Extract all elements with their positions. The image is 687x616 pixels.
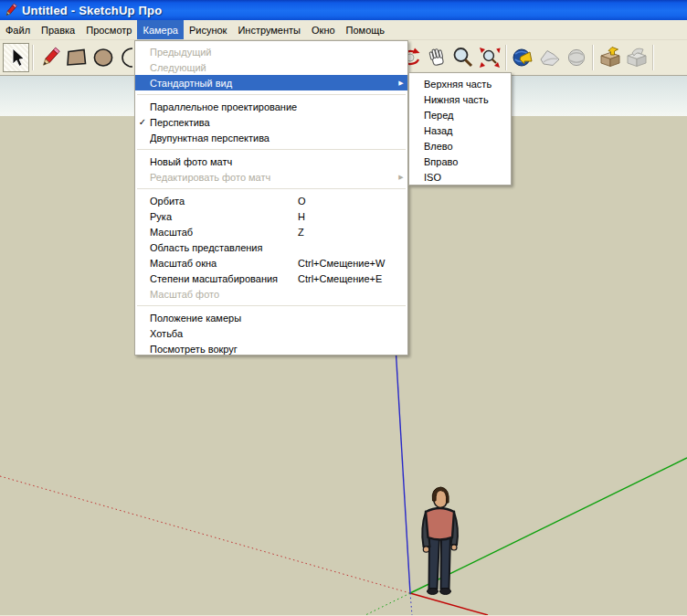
submenu-item-top[interactable]: Верхняя часть [409,76,511,91]
menu-separator [137,188,406,189]
select-tool-button[interactable] [3,43,29,72]
terrain-gray-icon [538,46,562,69]
menu-file[interactable]: Файл [0,20,36,39]
menu-view[interactable]: Просмотр [80,20,137,39]
menu-window[interactable]: Окно [306,20,341,39]
submenu-item-bottom[interactable]: Нижняя часть [409,91,511,107]
line-tool-button[interactable] [37,43,63,72]
share-gray-icon [625,46,649,69]
menu-item-walk[interactable]: Хотьба [135,325,407,341]
menu-edit[interactable]: Правка [36,20,80,39]
menu-item-next[interactable]: Следующий [135,59,407,75]
zoom-extents-tool-button[interactable] [476,43,502,72]
rectangle-tool-button[interactable] [63,43,90,72]
circle-tool-button[interactable] [90,43,116,72]
menu-item-look-around[interactable]: Посмотреть вокруг [135,341,407,356]
globe-arrow-icon [512,46,535,69]
menu-item-zoom-extents[interactable]: Степени масштабирования Ctrl+Смещение+E [135,271,407,286]
toolbar-draw-group [3,40,143,75]
menu-draw[interactable]: Рисунок [184,20,233,39]
box-arrow-icon [598,46,622,69]
pan-tool-button[interactable] [423,43,449,72]
window-title: Untitled - SketchUp Про [22,4,162,17]
menu-item-orbit[interactable]: Орбита O [135,193,407,208]
menu-item-zoom[interactable]: Масштаб Z [135,224,407,239]
menu-separator [137,305,406,306]
globe-gray-icon [565,46,588,69]
menu-item-new-photo-match[interactable]: Новый фото матч [135,154,407,169]
submenu-arrow-icon: ▶ [395,80,407,87]
zoom-icon [451,46,475,69]
menu-camera[interactable]: Камера [137,20,183,39]
menu-item-zoom-window[interactable]: Масштаб окна Ctrl+Смещение+W [135,255,407,271]
sketchup-window: Untitled - SketchUp Про Файл Правка Прос… [0,0,687,616]
menu-item-pan[interactable]: Рука H [135,208,407,224]
camera-menu: Предыдущий Следующий Стандартный вид ▶ П… [134,40,408,356]
menu-item-position-camera[interactable]: Положение камеры [135,310,407,325]
toolbar-separator [32,45,34,70]
toggle-terrain-button[interactable] [536,43,563,72]
menu-item-edit-photo-match[interactable]: Редактировать фото матч ▶ [135,169,407,185]
zoom-tool-button[interactable] [449,43,476,72]
menu-tools[interactable]: Инструменты [232,20,306,39]
toolbar-separator [505,45,507,70]
menu-separator [137,94,406,95]
rectangle-icon [65,46,89,69]
submenu-item-iso[interactable]: ISO [409,169,511,185]
toolbar-separator [592,45,594,70]
standard-view-submenu: Верхняя часть Нижняя часть Перед Назад В… [408,72,512,186]
submenu-item-left[interactable]: Влево [409,138,511,154]
select-arrow-icon [5,47,27,69]
menu-item-field-of-view[interactable]: Область представления [135,239,407,255]
get-current-view-button[interactable] [510,43,536,72]
menu-separator [137,149,406,150]
submenu-item-front[interactable]: Перед [409,107,511,122]
photo-match-globe-button[interactable] [563,43,589,72]
checkmark-icon: ✓ [135,114,150,130]
pencil-icon [38,46,62,69]
menu-item-perspective[interactable]: ✓ Перспектива [135,114,407,130]
menubar: Файл Правка Просмотр Камера Рисунок Инст… [0,20,687,40]
submenu-arrow-icon: ▶ [395,174,407,181]
menu-item-zoom-photo[interactable]: Масштаб фото [135,286,407,302]
share-model-button[interactable] [623,43,650,72]
titlebar: Untitled - SketchUp Про [0,0,687,20]
menu-help[interactable]: Помощь [341,20,391,39]
submenu-item-right[interactable]: Вправо [409,154,511,169]
toolbar-camera-group [396,40,657,75]
menu-item-previous[interactable]: Предыдущий [135,44,407,59]
menu-item-standard-view[interactable]: Стандартный вид ▶ [135,75,407,90]
pan-hand-icon [425,46,449,69]
menu-item-two-point-perspective[interactable]: Двупунктная перспектива [135,130,407,145]
zoom-extents-icon [478,46,502,69]
app-pencil-icon[interactable] [4,3,18,17]
circle-icon [91,46,115,69]
toolbar-separator [652,45,654,70]
get-models-button[interactable] [597,43,623,72]
submenu-item-back[interactable]: Назад [409,122,511,138]
menu-item-parallel-projection[interactable]: Параллельное проектирование [135,99,407,114]
